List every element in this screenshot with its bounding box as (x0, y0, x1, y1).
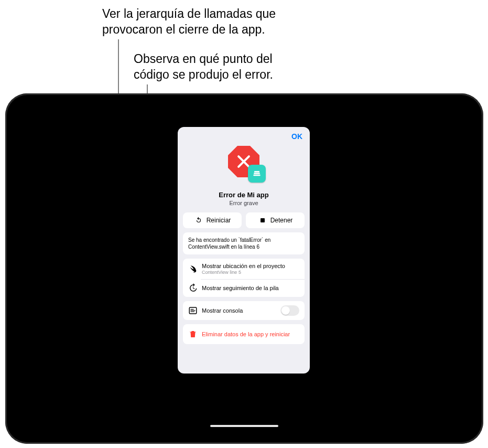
show-console-label: Mostrar consola (202, 307, 243, 314)
history-icon (188, 283, 198, 293)
stop-button[interactable]: Detener (246, 212, 305, 228)
svg-rect-2 (254, 171, 259, 173)
svg-rect-3 (261, 218, 265, 222)
show-location-row[interactable]: Mostrar ubicación en el proyecto Content… (183, 259, 305, 279)
error-message: Se ha encontrado un `fatalError` en Cont… (183, 232, 305, 254)
swift-icon (188, 264, 198, 274)
show-location-label: Mostrar ubicación en el proyecto (202, 263, 285, 269)
callout-text: Ver la jerarquía de llamadas queprovocar… (102, 7, 276, 36)
show-stack-row[interactable]: Mostrar seguimiento de la pila (183, 279, 305, 297)
svg-rect-1 (254, 173, 260, 174)
svg-rect-6 (191, 310, 196, 311)
ipad-device-frame: OK Error de Mi app Error grave Reiniciar (5, 93, 483, 444)
trash-icon (188, 329, 198, 339)
delete-and-restart-label: Eliminar datos de la app y reiniciar (202, 331, 290, 337)
console-toggle[interactable] (280, 305, 299, 316)
callout-code-location: Observa en qué punto delcódigo se produj… (134, 51, 273, 83)
show-location-subtitle: ContentView line 5 (202, 270, 299, 275)
restart-icon (194, 216, 203, 225)
show-console-row[interactable]: Mostrar consola (183, 301, 305, 320)
error-dialog: OK Error de Mi app Error grave Reiniciar (178, 127, 310, 374)
stop-label: Detener (270, 217, 293, 224)
ok-button[interactable]: OK (291, 132, 302, 141)
home-indicator[interactable] (210, 425, 278, 427)
app-icon (248, 165, 266, 183)
callout-text: Observa en qué punto delcódigo se produj… (134, 52, 273, 81)
restart-button[interactable]: Reiniciar (183, 212, 242, 228)
console-icon (188, 306, 198, 315)
callout-stack-trace: Ver la jerarquía de llamadas queprovocar… (102, 6, 276, 38)
error-subtitle: Error grave (229, 200, 258, 206)
error-title: Error de Mi app (219, 191, 268, 199)
error-header: Error de Mi app Error grave (183, 146, 305, 206)
restart-label: Reiniciar (207, 217, 231, 224)
ipad-screen: OK Error de Mi app Error grave Reiniciar (17, 105, 472, 432)
svg-rect-7 (191, 312, 195, 312)
svg-rect-0 (253, 175, 260, 176)
svg-rect-5 (191, 309, 194, 310)
show-stack-label: Mostrar seguimiento de la pila (202, 285, 279, 291)
delete-and-restart-row[interactable]: Eliminar datos de la app y reiniciar (183, 324, 305, 344)
stop-icon (258, 216, 267, 225)
